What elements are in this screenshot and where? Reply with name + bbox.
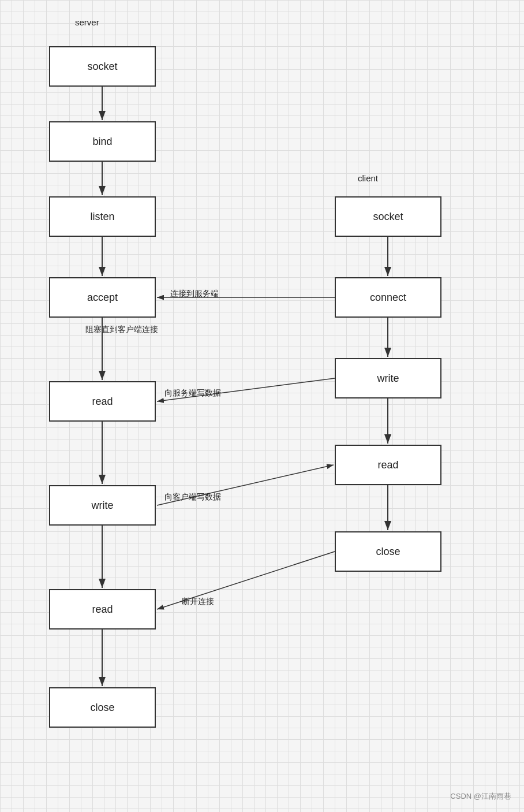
server-bind-box: bind [49,121,156,162]
server-listen-box: listen [49,196,156,237]
server-close-box: close [49,687,156,728]
client-close-box: close [335,531,441,572]
watermark: CSDN @江南雨巷 [450,791,511,802]
server-write-box: write [49,485,156,526]
client-write-box: write [335,358,441,398]
client-read-box: read [335,445,441,485]
server-read2-box: read [49,589,156,630]
server-socket-box: socket [49,46,156,87]
annotation-write-data2: 向客户端写数据 [164,492,221,502]
client-label: client [358,173,378,183]
client-socket-box: socket [335,196,441,237]
annotation-write-data: 向服务端写数据 [164,388,221,398]
server-accept-box: accept [49,277,156,318]
client-connect-box: connect [335,277,441,318]
server-read-box: read [49,381,156,422]
server-label: server [75,17,99,27]
annotation-connect: 连接到服务端 [170,289,219,299]
annotation-disconnect: 断开连接 [182,597,214,607]
annotation-block: 阻塞直到客户端连接 [85,325,158,335]
